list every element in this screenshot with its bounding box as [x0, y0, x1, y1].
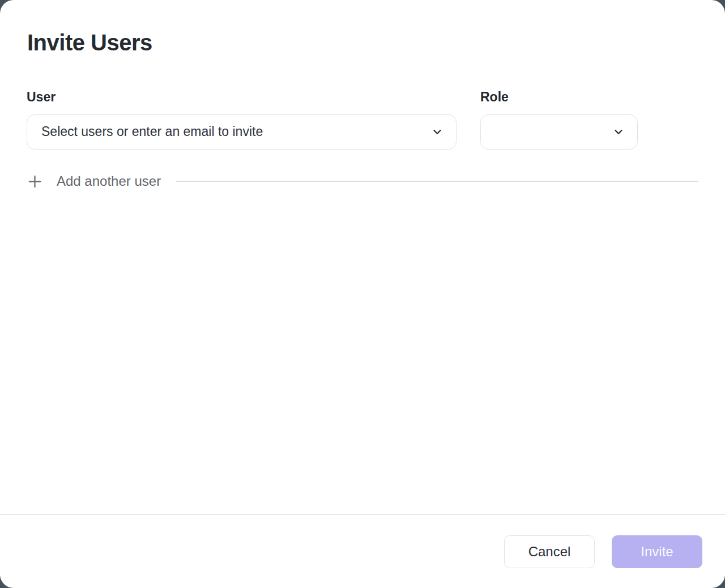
user-field: User Select users or enter an email to i… — [27, 90, 457, 150]
modal-title: Invite Users — [27, 29, 698, 56]
cancel-button[interactable]: Cancel — [504, 535, 595, 568]
plus-icon — [27, 173, 43, 190]
role-field-label: Role — [480, 90, 638, 105]
page-backdrop: Invite Users User Select users or enter … — [0, 0, 725, 588]
chevron-down-icon — [612, 126, 625, 138]
invite-fields-row: User Select users or enter an email to i… — [27, 90, 698, 150]
add-another-user-label: Add another user — [57, 173, 161, 190]
role-select[interactable] — [480, 114, 638, 150]
add-user-divider — [176, 181, 698, 182]
invite-users-modal: Invite Users User Select users or enter … — [0, 0, 725, 588]
chevron-down-icon — [431, 126, 443, 138]
user-select[interactable]: Select users or enter an email to invite — [27, 114, 457, 150]
add-user-row: Add another user — [27, 173, 698, 190]
invite-button[interactable]: Invite — [612, 535, 702, 568]
modal-footer: Cancel Invite — [0, 514, 725, 588]
user-field-label: User — [27, 90, 457, 105]
user-select-placeholder: Select users or enter an email to invite — [41, 124, 263, 139]
modal-body: Invite Users User Select users or enter … — [0, 0, 725, 514]
add-another-user-button[interactable]: Add another user — [27, 173, 161, 190]
role-field: Role — [480, 90, 638, 150]
